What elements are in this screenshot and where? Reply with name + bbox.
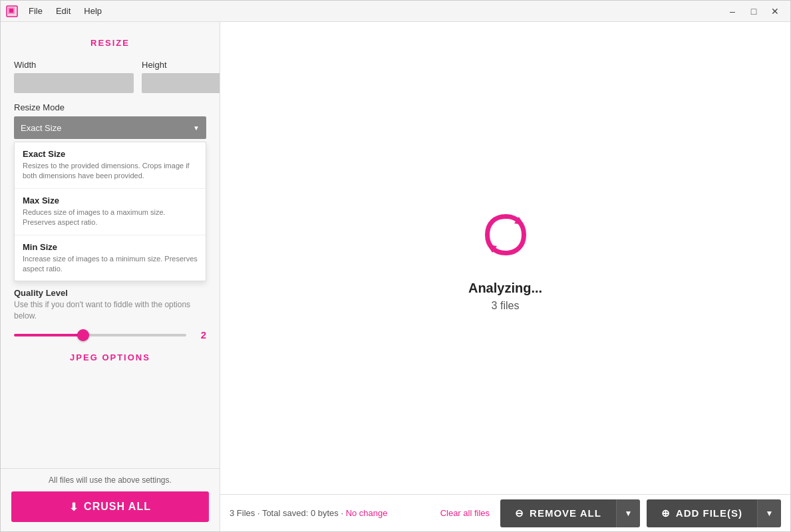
menu-edit[interactable]: Edit: [51, 5, 76, 17]
dimensions-row: Width Height: [14, 60, 206, 93]
clear-all-link[interactable]: Clear all files: [440, 508, 490, 518]
option-min-size-desc: Increase size of images to a minimum siz…: [23, 254, 198, 275]
slider-track: [14, 334, 186, 336]
width-label: Width: [14, 60, 134, 70]
file-stats: 3 Files · Total saved: 0 bytes · No chan…: [230, 508, 434, 518]
quality-value: 2: [193, 329, 206, 340]
plus-circle-icon: ⊕: [661, 507, 671, 519]
title-bar: File Edit Help – □ ✕: [1, 1, 790, 22]
quality-section: Quality Level Use this if you don't want…: [14, 288, 206, 342]
menu-bar: File Edit Help: [23, 5, 722, 17]
resize-mode-dropdown: Exact Size Resizes to the provided dimen…: [14, 142, 206, 281]
option-min-size-title: Min Size: [23, 242, 198, 252]
sidebar: RESIZE Width Height Resize Mode Exact Si…: [1, 22, 220, 531]
resize-section-title: RESIZE: [14, 38, 206, 48]
remove-all-label: REMOVE ALL: [530, 507, 601, 519]
remove-all-dropdown-button[interactable]: ▼: [616, 499, 640, 527]
maximize-button[interactable]: □: [744, 4, 764, 19]
quality-label: Quality Level: [14, 288, 206, 298]
svg-rect-3: [9, 9, 13, 13]
slider-thumb[interactable]: [77, 329, 89, 341]
quality-slider-container[interactable]: [14, 329, 186, 342]
quality-description: Use this if you don't want to fiddle wit…: [14, 299, 206, 322]
remove-all-button[interactable]: ⊖ REMOVE ALL: [500, 499, 616, 527]
height-label: Height: [142, 60, 220, 70]
height-group: Height: [142, 60, 220, 93]
bottom-bar: 3 Files · Total saved: 0 bytes · No chan…: [220, 494, 790, 531]
app-icon: [6, 5, 18, 17]
resize-mode-select[interactable]: Exact Size ▼: [14, 116, 206, 139]
resize-mode-selected-text: Exact Size: [21, 123, 61, 133]
chevron-down-icon: ▼: [766, 509, 774, 518]
jpeg-section-title: JPEG OPTIONS: [14, 352, 206, 362]
option-exact-size-desc: Resizes to the provided dimensions. Crop…: [23, 161, 198, 182]
file-stats-text: 3 Files · Total saved: 0 bytes ·: [230, 508, 346, 518]
add-files-dropdown-button[interactable]: ▼: [757, 499, 781, 527]
option-exact-size[interactable]: Exact Size Resizes to the provided dimen…: [15, 142, 206, 189]
crush-all-label: CRUSH ALL: [84, 501, 151, 513]
file-count: 3 files: [492, 300, 520, 312]
add-files-label: ADD FILE(S): [676, 507, 742, 519]
chevron-down-icon: ▼: [193, 124, 200, 132]
option-max-size-title: Max Size: [23, 196, 198, 205]
crush-all-button[interactable]: ⬇ CRUSH ALL: [11, 491, 209, 522]
close-button[interactable]: ✕: [765, 4, 785, 19]
right-panel: Analyzing... 3 files 3 Files · Total sav…: [220, 22, 790, 531]
chevron-down-icon: ▼: [624, 509, 632, 518]
menu-file[interactable]: File: [23, 5, 48, 17]
option-exact-size-title: Exact Size: [23, 149, 198, 159]
minimize-button[interactable]: –: [722, 4, 742, 19]
width-group: Width: [14, 60, 134, 93]
option-max-size-desc: Reduces size of images to a maximum size…: [23, 207, 198, 228]
no-change-text: No change: [346, 508, 388, 518]
analyzing-content: Analyzing... 3 files: [220, 22, 790, 494]
resize-mode-label: Resize Mode: [14, 102, 206, 112]
download-icon: ⬇: [69, 501, 79, 513]
window-controls: – □ ✕: [722, 4, 785, 19]
add-files-button[interactable]: ⊕ ADD FILE(S): [647, 499, 757, 527]
sidebar-footer: All files will use the above settings. ⬇…: [1, 468, 220, 531]
option-max-size[interactable]: Max Size Reduces size of images to a max…: [15, 189, 206, 235]
resize-mode-select-wrapper: Exact Size ▼: [14, 116, 206, 139]
menu-help[interactable]: Help: [79, 5, 107, 17]
refresh-icon: [476, 205, 536, 267]
height-input[interactable]: [142, 73, 220, 93]
width-input[interactable]: [14, 73, 134, 93]
slider-row: 2: [14, 329, 206, 342]
option-min-size[interactable]: Min Size Increase size of images to a mi…: [15, 235, 206, 281]
sidebar-scroll[interactable]: RESIZE Width Height Resize Mode Exact Si…: [1, 22, 220, 468]
app-window: File Edit Help – □ ✕ RESIZE Width: [0, 0, 791, 532]
minus-circle-icon: ⊖: [515, 507, 524, 519]
all-files-note: All files will use the above settings.: [11, 475, 209, 485]
analyzing-text: Analyzing...: [468, 281, 542, 296]
add-files-group: ⊕ ADD FILE(S) ▼: [647, 499, 781, 527]
main-content: RESIZE Width Height Resize Mode Exact Si…: [1, 22, 790, 531]
remove-all-group: ⊖ REMOVE ALL ▼: [500, 499, 640, 527]
